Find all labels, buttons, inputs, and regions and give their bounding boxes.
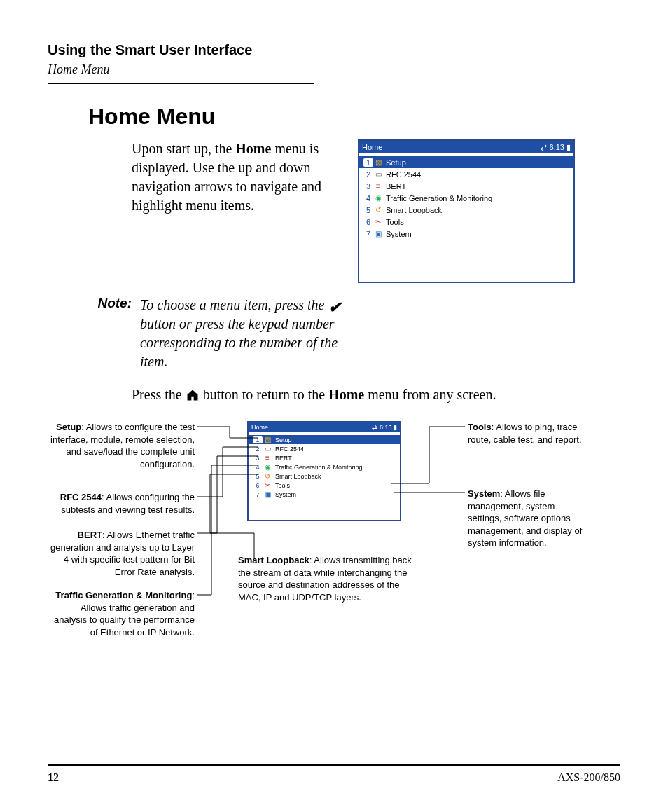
callout-traffic-gen: Traffic Generation & Monitoring: Allows … xyxy=(48,589,195,638)
device-title-label-small: Home xyxy=(251,422,268,432)
menu-item-tools[interactable]: 6✂Tools xyxy=(359,216,573,228)
device-title-label: Home xyxy=(362,141,382,153)
menu-item-tools[interactable]: 6✂Tools xyxy=(249,481,400,490)
press-b: button to return to the xyxy=(200,387,328,402)
note-text-b: button or press the keypad number corres… xyxy=(140,316,338,369)
device-screenshot-large: Home ⇄ 6:13 ▮ 1▧Setup2▭RFC 25443≡BERT4◉T… xyxy=(358,139,575,283)
note-label: Note: xyxy=(97,296,132,310)
callout-tools: Tools: Allows to ping, trace route, cabl… xyxy=(468,421,587,446)
note-body: To choose a menu item, press the ✔ butto… xyxy=(140,296,364,371)
device-menu-list-small: 1▧Setup2▭RFC 25443≡BERT4◉Traffic Generat… xyxy=(249,432,400,499)
menu-item-rfc-2544[interactable]: 2▭RFC 2544 xyxy=(249,444,400,453)
callout-rfc2544: RFC 2544: Allows configuring the subtest… xyxy=(48,491,195,516)
page-number: 12 xyxy=(48,771,59,784)
menu-item-system[interactable]: 7▣System xyxy=(359,228,573,240)
menu-item-setup[interactable]: 1▧Setup xyxy=(249,435,400,444)
callout-system: System: Allows file management, system s… xyxy=(468,488,587,549)
intro-text-a: Upon start up, the xyxy=(132,141,235,156)
menu-item-traffic-generation-monitoring[interactable]: 4◉Traffic Generation & Monitoring xyxy=(249,462,400,472)
device-status: ⇄ 6:13 ▮ xyxy=(541,141,571,153)
menu-item-smart-loopback[interactable]: 5↺Smart Loopback xyxy=(359,204,573,216)
callout-smart-loopback: Smart Loopback: Allows transmitting back… xyxy=(238,554,413,603)
menu-item-setup[interactable]: 1▧Setup xyxy=(359,156,573,168)
press-home-word: Home xyxy=(328,387,364,402)
callout-setup: Setup: Allows to configure the test inte… xyxy=(48,421,195,470)
device-titlebar-small: Home ⇄ 6:13 ▮ xyxy=(249,422,400,432)
device-model: AXS-200/850 xyxy=(557,771,620,784)
device-status-small: ⇄ 6:13 ▮ xyxy=(372,422,397,432)
press-a: Press the xyxy=(132,387,186,402)
device-titlebar: Home ⇄ 6:13 ▮ xyxy=(359,141,573,153)
page-title: Home Menu xyxy=(88,104,620,130)
menu-item-bert[interactable]: 3≡BERT xyxy=(249,453,400,462)
home-icon xyxy=(186,387,200,402)
header-rule xyxy=(48,83,314,84)
note-text-a: To choose a menu item, press the xyxy=(140,297,328,312)
intro-paragraph: Upon start up, the Home menu is displaye… xyxy=(132,139,345,215)
callout-bert: BERT: Allows Ethernet traffic generation… xyxy=(48,529,195,578)
page-footer: 12 AXS-200/850 xyxy=(48,764,620,784)
chapter-title: Using the Smart User Interface xyxy=(48,42,620,58)
menu-item-smart-loopback[interactable]: 5↺Smart Loopback xyxy=(249,472,400,481)
menu-item-traffic-generation-monitoring[interactable]: 4◉Traffic Generation & Monitoring xyxy=(359,192,573,204)
menu-item-rfc-2544[interactable]: 2▭RFC 2544 xyxy=(359,168,573,180)
intro-home-word: Home xyxy=(235,141,271,156)
menu-item-bert[interactable]: 3≡BERT xyxy=(359,180,573,192)
press-d: menu from any screen. xyxy=(364,387,496,402)
device-menu-list: 1▧Setup2▭RFC 25443≡BERT4◉Traffic Generat… xyxy=(359,153,573,240)
menu-item-system[interactable]: 7▣System xyxy=(249,490,400,499)
device-screenshot-small: Home ⇄ 6:13 ▮ 1▧Setup2▭RFC 25443≡BERT4◉T… xyxy=(247,421,401,521)
press-home-line: Press the button to return to the Home m… xyxy=(132,385,620,404)
section-breadcrumb: Home Menu xyxy=(48,62,620,77)
